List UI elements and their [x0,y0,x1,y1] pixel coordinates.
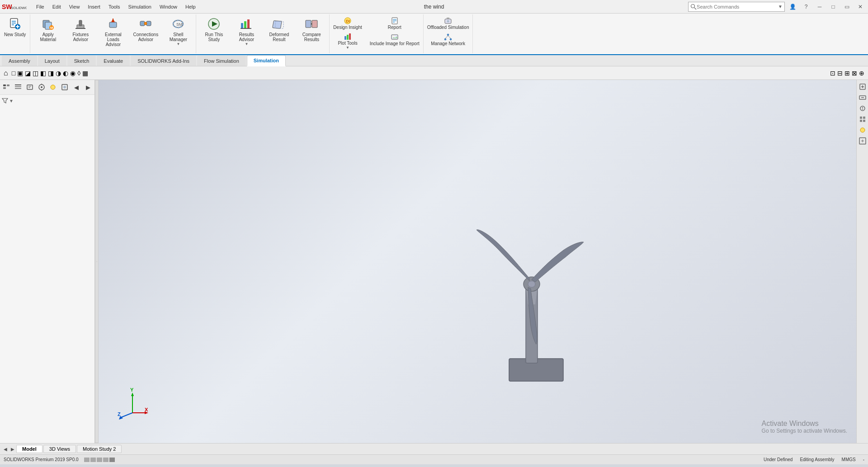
user-icon[interactable]: 👤 [787,1,798,13]
results-advisor-dropdown[interactable]: ▼ [245,42,248,46]
sidebar-display-btn[interactable] [47,81,59,93]
bottom-tab-3dviews[interactable]: 3D Views [43,445,76,453]
camera-icon[interactable]: ▦ [82,70,88,77]
display-style-icon[interactable]: ◧ [40,70,46,77]
collapse-handle[interactable]: · [95,80,99,443]
menu-file[interactable]: File [33,3,48,10]
right-panel-btn-2[interactable] [858,93,868,103]
maximize-button[interactable]: ▭ [841,1,853,13]
ribbon-group-run: Run This Study Results Advisor ▼ [196,14,330,53]
scene-icon[interactable]: ◐ [63,70,68,77]
menu-view[interactable]: View [66,3,84,10]
run-this-study-label: Run This Study [200,32,227,42]
menu-simulation[interactable]: Simulation [125,3,155,10]
right-panel-btn-6[interactable] [858,136,868,146]
svg-rect-34 [273,21,282,29]
design-insight-button[interactable]: DI Design Insight [331,15,363,31]
restore-button[interactable]: □ [827,1,839,13]
menu-bar: File Edit View Insert Tools Simulation W… [33,3,688,10]
sidebar-tree-view-btn[interactable] [1,81,12,93]
svg-rect-97 [863,120,865,122]
home-view-icon[interactable]: ⌂ [4,69,8,77]
sidebar-expand-btn[interactable]: ◀ [71,81,82,93]
svg-point-78 [528,281,535,287]
compare-results-button[interactable]: Compare Results [296,15,327,49]
right-panel-btn-4[interactable] [858,114,868,124]
viewport-fullscreen-icon[interactable]: ⊕ [859,70,864,77]
bottom-prev-btn[interactable]: ◀ [2,445,9,453]
shell-manager-button[interactable]: SM Shell Manager ▼ [162,15,194,49]
minimize-button[interactable]: ─ [814,1,826,13]
plot-tools-button[interactable]: Plot Tools ▼ [331,32,363,47]
color-icon[interactable]: ◉ [70,70,75,77]
report-button[interactable]: Report [368,15,421,31]
offloaded-sim-icon [443,16,453,25]
include-image-button[interactable]: Include Image for Report [368,32,421,47]
svg-point-51 [447,20,449,22]
menu-edit[interactable]: Edit [49,3,65,10]
sidebar-collapse-btn[interactable]: ▶ [82,81,94,93]
sidebar-list-view-btn[interactable] [13,81,24,93]
tab-flow-simulation[interactable]: Flow Simulation [197,56,246,66]
offloaded-sim-button[interactable]: Offloaded Simulation [425,15,471,31]
svg-point-68 [41,86,42,88]
svg-line-85 [121,413,132,417]
view-3d-icon[interactable]: ◫ [33,70,38,77]
viewport-split-v-icon[interactable]: ⊞ [844,70,850,77]
hide-show-icon[interactable]: ◨ [48,70,54,77]
viewport-4way-icon[interactable]: ⊠ [852,70,857,77]
search-input[interactable] [697,4,778,9]
appearance-icon[interactable]: ◑ [56,70,61,77]
connections-advisor-button[interactable]: Connections Advisor [130,15,161,49]
right-panel-btn-3[interactable] [858,103,868,113]
sidebar-property-btn[interactable] [24,81,36,93]
run-this-study-button[interactable]: Run This Study [198,15,230,49]
view-front-icon[interactable]: ▣ [17,70,23,77]
tab-solidworks-addins[interactable]: SOLIDWORKS Add-Ins [131,56,196,66]
ext-loads-advisor-icon [106,17,120,31]
bottom-tab-motion-study-2[interactable]: Motion Study 2 [77,445,122,453]
new-study-button[interactable]: New Study [2,15,28,49]
right-panel-btn-1[interactable] [858,82,868,92]
apply-material-button[interactable]: M Apply Material [32,15,64,49]
viewport-restore-icon[interactable]: ⊡ [830,70,835,77]
menu-help[interactable]: Help [182,3,199,10]
menu-tools[interactable]: Tools [105,3,124,10]
shell-manager-dropdown[interactable]: ▼ [176,42,180,46]
view-orientation-icon[interactable]: □ [12,70,15,77]
right-panel-btn-5[interactable] [858,125,868,135]
menu-window[interactable]: Window [156,3,181,10]
svg-text:SOLIDWORKS: SOLIDWORKS [11,6,27,10]
fixtures-advisor-button[interactable]: Fixtures Advisor [65,15,96,49]
svg-point-54 [444,38,446,40]
deformed-result-button[interactable]: Deformed Result [263,15,295,49]
tab-evaluate[interactable]: Evaluate [97,56,130,66]
bottom-next-btn[interactable]: ▶ [9,445,16,453]
svg-point-55 [450,38,452,40]
menu-insert[interactable]: Insert [84,3,104,10]
view-section-icon[interactable]: ◪ [25,70,31,77]
viewport-split-h-icon[interactable]: ⊟ [837,70,843,77]
search-dropdown-icon[interactable]: ▼ [778,4,783,9]
sidebar-target-btn[interactable] [36,81,47,93]
ext-loads-advisor-button[interactable]: External Loads Advisor [97,15,129,49]
svg-rect-58 [3,84,6,86]
tab-simulation[interactable]: Simulation [247,55,286,66]
tab-sketch[interactable]: Sketch [67,56,96,66]
render-icon[interactable]: ◊ [77,70,80,77]
sidebar-scene-btn[interactable] [59,81,71,93]
close-button[interactable]: ✕ [854,1,866,13]
sidebar-filter-row: ▼ [2,97,93,105]
svg-rect-95 [863,117,865,119]
tab-assembly[interactable]: Assembly [2,56,37,66]
search-box[interactable]: ▼ [688,2,785,12]
tab-layout[interactable]: Layout [38,56,66,66]
bottom-tab-model[interactable]: Model [16,445,42,453]
manage-network-button[interactable]: Manage Network [425,32,471,47]
help-icon[interactable]: ? [800,1,812,13]
svg-rect-60 [7,84,9,86]
titlebar: SW SOLIDWORKS File Edit View Insert Tool… [0,0,868,14]
plot-tools-dropdown[interactable]: ▼ [346,46,349,50]
viewport[interactable]: Y X Z Activate Windows Go to Settings to… [99,80,856,443]
results-advisor-button[interactable]: Results Advisor ▼ [231,15,262,49]
